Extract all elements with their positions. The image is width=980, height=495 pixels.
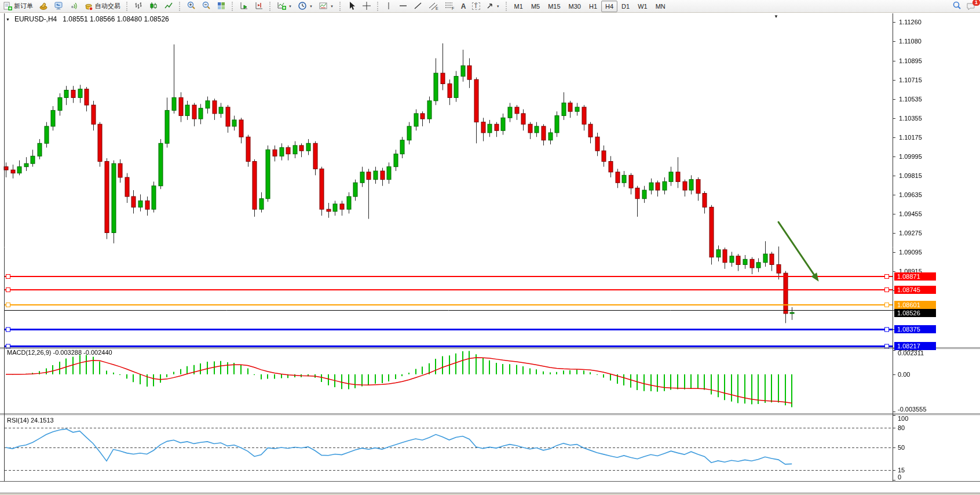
timeframe-group: M1M5M15M30H1H4D1W1MN bbox=[510, 1, 670, 12]
templates-button[interactable]: ▼ bbox=[316, 1, 337, 12]
text-label-icon: T bbox=[472, 2, 480, 10]
timeframe-button-m1[interactable]: M1 bbox=[510, 1, 527, 12]
svg-text:E: E bbox=[436, 6, 438, 10]
cursor-icon bbox=[347, 1, 356, 12]
toolbar-separator bbox=[126, 2, 129, 11]
new-order-icon bbox=[3, 2, 12, 11]
price-axis-tick: 1.09095 bbox=[899, 249, 968, 256]
toolbar-separator bbox=[269, 2, 272, 11]
new-order-label: 新订单 bbox=[14, 2, 33, 10]
zoom-out-button[interactable] bbox=[199, 1, 214, 12]
price-tag-1.08745: 1.08745 bbox=[894, 286, 936, 294]
equidistant-channel-icon: E bbox=[429, 1, 439, 12]
chart-title[interactable]: ▼ EURUSD-,H4 1.08551 1.08566 1.08480 1.0… bbox=[6, 15, 169, 23]
fibonacci-tool-button[interactable]: F bbox=[442, 1, 458, 12]
chat-button[interactable]: 1 bbox=[966, 2, 977, 11]
chevron-down-icon: ▼ bbox=[330, 5, 334, 8]
chart-plot-area[interactable] bbox=[0, 13, 980, 482]
price-axis-tick: 1.09815 bbox=[899, 172, 968, 179]
chevron-down-icon: ▼ bbox=[288, 5, 292, 8]
chat-badge: 1 bbox=[972, 0, 980, 6]
timeframe-button-d1[interactable]: D1 bbox=[617, 1, 634, 12]
candlestick-mode-button[interactable] bbox=[146, 1, 161, 12]
macd-axis-tick: 0.002311 bbox=[898, 350, 924, 356]
symbol-dropdown-caret[interactable]: ▼ bbox=[6, 17, 10, 21]
fibonacci-icon: F bbox=[445, 1, 455, 12]
auto-trading-label: 自动交易 bbox=[95, 2, 120, 10]
tile-windows-icon bbox=[217, 1, 226, 12]
toolbar-separator bbox=[506, 2, 509, 11]
price-axis-tick: 1.09455 bbox=[899, 210, 968, 217]
macd-indicator-label: MACD(12,26,9) -0.003288 -0.002440 bbox=[7, 349, 112, 356]
price-axis-tick: 1.10715 bbox=[899, 77, 968, 83]
timeframe-button-h1[interactable]: H1 bbox=[585, 1, 601, 12]
vertical-line-tool-button[interactable] bbox=[382, 1, 396, 12]
timeframe-button-mn[interactable]: MN bbox=[652, 1, 670, 12]
zoom-in-icon bbox=[187, 1, 196, 12]
timeframe-button-w1[interactable]: W1 bbox=[634, 1, 652, 12]
price-axis-tick: 1.10895 bbox=[899, 57, 968, 64]
seal-icon bbox=[39, 1, 48, 12]
svg-text:F: F bbox=[452, 6, 454, 10]
chart-shift-button[interactable] bbox=[251, 1, 266, 12]
rsi-indicator-label: RSI(14) 24.1513 bbox=[7, 417, 54, 424]
auto-trading-icon bbox=[84, 2, 93, 11]
rsi-axis-tick: 50 bbox=[898, 444, 905, 451]
timeframe-button-h4[interactable]: H4 bbox=[601, 1, 617, 12]
trendline-tool-button[interactable] bbox=[411, 1, 426, 12]
seal-button[interactable] bbox=[36, 1, 51, 12]
price-axis-tick: 1.09995 bbox=[899, 153, 968, 160]
main-toolbar: 新订单 自动交易 ▼ bbox=[0, 0, 980, 13]
auto-scroll-button[interactable] bbox=[236, 1, 251, 12]
line-chart-icon bbox=[164, 1, 173, 12]
toolbar-separator bbox=[339, 2, 342, 11]
new-order-button[interactable]: 新订单 bbox=[0, 1, 36, 12]
rsi-axis-tick: 80 bbox=[898, 424, 905, 431]
bar-chart-icon bbox=[134, 1, 143, 12]
price-tag-1.08601: 1.08601 bbox=[894, 301, 936, 309]
new-chart-button[interactable]: ▼ bbox=[274, 1, 295, 12]
chevron-down-icon: ▼ bbox=[309, 5, 313, 8]
new-chart-icon bbox=[277, 1, 286, 12]
price-axis-tick: 1.09275 bbox=[899, 230, 968, 236]
price-tag-1.08375: 1.08375 bbox=[894, 325, 936, 333]
text-icon: A bbox=[461, 2, 466, 10]
crosshair-icon bbox=[362, 1, 371, 12]
timeframe-button-m15[interactable]: M15 bbox=[544, 1, 564, 12]
time-axis: 21 Apr 202324 Apr 04:0024 Apr 20:0025 Ap… bbox=[0, 482, 980, 493]
timeframe-button-m5[interactable]: M5 bbox=[527, 1, 544, 12]
macd-axis-tick: -0.003555 bbox=[898, 406, 927, 413]
zoom-out-icon bbox=[202, 1, 211, 12]
auto-trading-button[interactable]: 自动交易 bbox=[81, 1, 123, 12]
bar-chart-mode-button[interactable] bbox=[131, 1, 146, 12]
price-axis-tick: 1.11260 bbox=[899, 19, 968, 26]
signals-button[interactable] bbox=[66, 1, 81, 12]
zoom-in-button[interactable] bbox=[184, 1, 199, 12]
search-icon[interactable] bbox=[952, 1, 961, 12]
chart-symbol-period: EURUSD-,H4 bbox=[14, 15, 57, 23]
horizontal-line-tool-button[interactable] bbox=[396, 1, 411, 12]
timeframe-button-m30[interactable]: M30 bbox=[565, 1, 585, 12]
cursor-tool-button[interactable] bbox=[344, 1, 359, 12]
line-chart-mode-button[interactable] bbox=[161, 1, 176, 12]
text-tool-button[interactable]: A bbox=[458, 1, 469, 12]
price-axis-tick: 1.09635 bbox=[899, 191, 968, 198]
signals-icon bbox=[69, 1, 78, 12]
auto-scroll-icon bbox=[239, 1, 248, 12]
rsi-axis-tick: 100 bbox=[898, 415, 908, 422]
equidistant-channel-tool-button[interactable]: E bbox=[426, 1, 442, 12]
template-icon bbox=[319, 1, 328, 12]
periods-button[interactable]: ▼ bbox=[295, 1, 316, 12]
arrows-icon bbox=[486, 1, 494, 12]
market-button[interactable] bbox=[51, 1, 66, 12]
chart-shift-marker[interactable]: ▼ bbox=[774, 14, 778, 19]
arrows-tool-button[interactable]: ▼ bbox=[483, 1, 503, 12]
chart-ohlc-values: 1.08551 1.08566 1.08480 1.08526 bbox=[63, 15, 169, 23]
tile-windows-button[interactable] bbox=[214, 1, 229, 12]
rsi-axis-tick: 15 bbox=[898, 467, 905, 474]
clock-icon bbox=[298, 1, 307, 12]
price-tag-1.08526: 1.08526 bbox=[894, 309, 936, 317]
price-axis-tick: 1.10535 bbox=[899, 96, 968, 103]
text-label-tool-button[interactable]: T bbox=[469, 1, 483, 12]
crosshair-tool-button[interactable] bbox=[359, 1, 374, 12]
